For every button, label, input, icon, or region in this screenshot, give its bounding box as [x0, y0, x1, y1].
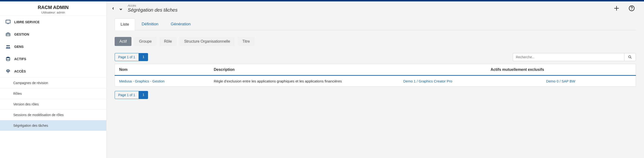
row-asset1-link[interactable]: Demo 1 / Graphics Creator Pro — [403, 79, 452, 83]
search-icon — [628, 55, 632, 59]
sidebar-sub-segregation[interactable]: Ségrégation des tâches — [0, 120, 106, 131]
sidebar-header: RACM ADMIN Utilisateur: admin — [0, 2, 106, 16]
svg-point-3 — [8, 45, 10, 47]
nav-expand-button[interactable]: ⌄ — [117, 4, 124, 12]
add-button[interactable] — [612, 4, 621, 12]
tab-liste[interactable]: Liste — [115, 18, 135, 30]
tabs: Liste Définition Génération — [115, 18, 636, 30]
sidebar-item-label: ACTIFS — [14, 57, 26, 61]
sidebar-item-actifs[interactable]: ACTIFS — [0, 53, 106, 65]
pill-role[interactable]: Rôle — [160, 37, 177, 46]
row-description: Règle d'exclusion entre les applications… — [210, 76, 399, 87]
sidebar-item-libre-service[interactable]: LIBRE SERVICE — [0, 16, 106, 28]
results-table: Nom Description Actifs mutuellement excl… — [115, 64, 636, 87]
svg-point-7 — [628, 56, 631, 58]
sidebar-item-acces[interactable]: ACCÈS — [0, 65, 106, 78]
help-icon — [628, 5, 635, 11]
pager-top: Page 1 of 1 1 — [115, 53, 148, 61]
pager-bottom: Page 1 of 1 1 — [115, 91, 636, 99]
svg-rect-0 — [6, 20, 10, 23]
svg-point-6 — [632, 9, 632, 10]
svg-point-2 — [7, 45, 8, 47]
sidebar-item-label: GENS — [14, 45, 24, 48]
pager-current-page[interactable]: 1 — [139, 53, 148, 61]
app-title: RACM ADMIN — [0, 5, 106, 10]
sidebar-sub-roles[interactable]: Rôles — [0, 88, 106, 99]
pill-groupe[interactable]: Groupe — [134, 37, 156, 46]
sidebar-item-gestion[interactable]: GESTION — [0, 28, 106, 40]
sidebar-item-label: LIBRE SERVICE — [14, 20, 40, 24]
user-label: Utilisateur: admin — [0, 11, 106, 14]
sidebar-item-label: ACCÈS — [14, 70, 26, 73]
svg-point-4 — [6, 57, 10, 58]
sidebar-item-gens[interactable]: GENS — [0, 40, 106, 53]
sidebar-sub-campagnes[interactable]: Campagnes de révision — [0, 78, 106, 88]
plus-icon — [614, 5, 620, 11]
tab-definition[interactable]: Définition — [136, 18, 164, 30]
database-icon — [5, 56, 11, 62]
filter-pills: Actif Groupe Rôle Structure Organisation… — [115, 37, 636, 46]
nav-back-button[interactable]: ‹ — [111, 4, 115, 12]
fingerprint-icon — [5, 68, 11, 74]
pill-titre[interactable]: Titre — [238, 37, 254, 46]
svg-rect-1 — [7, 24, 9, 24]
people-icon — [5, 44, 11, 50]
pager-current-page-bottom[interactable]: 1 — [139, 91, 148, 99]
main: ‹ ⌄ Accès Ségrégation des tâches Liste D… — [106, 2, 644, 158]
pill-structure[interactable]: Structure Organisationnelle — [179, 37, 235, 46]
table-row: Medusa - Graphics - Gestion Règle d'excl… — [115, 76, 636, 87]
help-button[interactable] — [628, 4, 636, 12]
search-input[interactable] — [513, 53, 624, 61]
page-title: Ségrégation des tâches — [128, 7, 178, 13]
sidebar: RACM ADMIN Utilisateur: admin LIBRE SERV… — [0, 2, 106, 158]
tab-generation[interactable]: Génération — [165, 18, 196, 30]
pill-actif[interactable]: Actif — [115, 37, 132, 46]
monitor-icon — [5, 19, 11, 25]
sidebar-sub-sessions[interactable]: Sessions de modélisation de rôles — [0, 110, 106, 120]
breadcrumb: Accès — [128, 4, 178, 7]
sidebar-sub-version-roles[interactable]: Version des rôles — [0, 99, 106, 110]
sidebar-item-label: GESTION — [14, 32, 29, 36]
row-name-link[interactable]: Medusa - Graphics - Gestion — [119, 79, 164, 83]
pager-info: Page 1 of 1 — [115, 53, 139, 61]
th-description: Description — [210, 64, 399, 76]
th-actifs: Actifs mutuellement exclusifs — [399, 64, 636, 76]
row-asset2-link[interactable]: Demo 0 / SAP BW — [546, 79, 575, 83]
pager-info-bottom: Page 1 of 1 — [115, 91, 139, 99]
th-nom: Nom — [115, 64, 210, 76]
search-button[interactable] — [624, 53, 636, 61]
page-header: ‹ ⌄ Accès Ségrégation des tâches — [106, 2, 644, 14]
toolbox-icon — [5, 32, 11, 37]
